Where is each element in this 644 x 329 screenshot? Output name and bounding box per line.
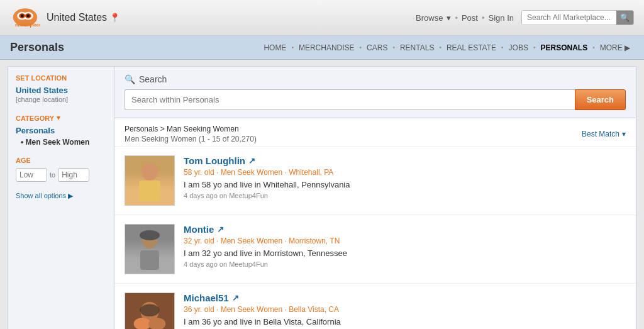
svg-point-5 — [21, 14, 24, 18]
sidebar-location-name: United States — [16, 86, 106, 95]
change-location-link[interactable]: [change location] — [16, 96, 68, 103]
listing-thumbnail — [125, 224, 175, 274]
listing-name-1: Tom Loughlin ↗ — [184, 155, 626, 166]
listing-name-3: Michael51 ↗ — [184, 293, 626, 303]
nav-merchandise[interactable]: MERCHANDISE — [295, 37, 358, 59]
header: marketplace United States 📍 Browse ▾ • P… — [0, 0, 644, 36]
sidebar-location-section: SET LOCATION United States [change locat… — [16, 74, 106, 104]
sidebar-age-inputs: to — [16, 168, 106, 182]
listing-info-2: Montie ↗ 32 yr. old · Men Seek Women · M… — [184, 224, 626, 268]
sidebar-cat-men-seek-women[interactable]: Men Seek Women — [16, 138, 106, 147]
nav-personals[interactable]: PERSONALS — [536, 37, 591, 59]
location-pin-icon: 📍 — [109, 13, 120, 23]
age-to-label: to — [50, 171, 55, 179]
list-item: Montie ↗ 32 yr. old · Men Seek Women · M… — [114, 215, 636, 284]
listing-info-1: Tom Loughlin ↗ 58 yr. old · Men Seek Wom… — [184, 155, 626, 199]
header-search-input[interactable] — [522, 11, 616, 25]
breadcrumb: Personals > Man Seeking Women — [125, 125, 257, 133]
svg-point-8 — [142, 163, 158, 181]
dot-2: • — [482, 13, 485, 23]
sort-control[interactable]: Best Match ▾ — [582, 130, 626, 138]
search-input[interactable] — [125, 89, 575, 110]
header-right: Browse ▾ • Post • Sign In 🔍 — [416, 10, 634, 25]
svg-point-17 — [140, 304, 159, 317]
svg-rect-11 — [140, 250, 159, 270]
listing-thumbnail — [125, 155, 175, 206]
sidebar-age-title: AGE — [16, 157, 106, 164]
browse-arrow: ▾ — [447, 13, 451, 23]
header-search-button[interactable]: 🔍 — [616, 11, 633, 25]
logo-area: marketplace — [10, 5, 40, 30]
listing-time-2: 4 days ago on Meetup4Fun — [184, 260, 626, 268]
person-thumbnail-2 — [125, 225, 174, 274]
sort-label: Best Match — [582, 130, 619, 138]
listing-thumbnail — [125, 293, 175, 329]
show-all-options-link[interactable]: Show all options ▶ — [16, 192, 106, 200]
listing-name-link-1[interactable]: Tom Loughlin — [184, 155, 245, 166]
listing-description-2: I am 32 yo and live in Morristown, Tenne… — [184, 248, 626, 258]
page-title: Personals — [10, 36, 64, 59]
breadcrumb-parent-link[interactable]: Personals — [125, 125, 158, 133]
listing-info-3: Michael51 ↗ 36 yr. old · Men Seek Women … — [184, 293, 626, 329]
breadcrumb-current: Man Seeking Women — [167, 125, 239, 133]
header-search-box: 🔍 — [521, 10, 634, 25]
listing-time-1: 4 days ago on Meetup4Fun — [184, 192, 626, 199]
browse-link[interactable]: Browse — [416, 13, 443, 23]
signin-link[interactable]: Sign In — [489, 13, 514, 23]
nav-cars[interactable]: CARS — [363, 37, 391, 59]
result-count: Men Seeking Women (1 - 15 of 20,270) — [125, 135, 257, 143]
sidebar-age-section: AGE to — [16, 157, 106, 182]
sidebar: SET LOCATION United States [change locat… — [8, 66, 114, 329]
breadcrumb-area: Personals > Man Seeking Women Men Seekin… — [125, 125, 257, 143]
sidebar-category-title: CATEGORY ▾ — [16, 114, 106, 122]
search-row: Search — [125, 89, 626, 110]
share-icon-2: ↗ — [217, 225, 224, 234]
top-nav: HOME • MERCHANDISE • CARS • RENTALS • RE… — [260, 36, 634, 59]
nav-rentals[interactable]: RENTALS — [396, 37, 438, 59]
share-icon-1: ↗ — [248, 156, 255, 165]
dot-1: • — [455, 13, 458, 23]
svg-rect-9 — [139, 181, 160, 201]
listing-description-3: I am 36 yo and live in Bella Vista, Cali… — [184, 317, 626, 326]
breadcrumb-row: Personals > Man Seeking Women Men Seekin… — [114, 118, 636, 147]
listing-meta-1: 58 yr. old · Men Seek Women · Whitehall,… — [184, 168, 626, 177]
nav-more[interactable]: MORE ▶ — [596, 37, 634, 59]
breadcrumb-arrow: > — [160, 125, 167, 133]
category-arrow-icon: ▾ — [57, 114, 60, 122]
listing-name-link-2[interactable]: Montie — [184, 224, 214, 235]
location-display: United States 📍 — [47, 12, 120, 23]
main-wrapper: SET LOCATION United States [change locat… — [8, 66, 636, 329]
nav-bar: Personals HOME • MERCHANDISE • CARS • RE… — [0, 36, 644, 60]
listing-name-link-3[interactable]: Michael51 — [184, 293, 229, 303]
content: 🔍 Search Search Personals > Man Seeking … — [114, 66, 636, 329]
search-label: 🔍 Search — [125, 74, 626, 84]
svg-point-6 — [26, 14, 30, 18]
search-icon: 🔍 — [125, 74, 135, 84]
listing-description-1: I am 58 yo and live in Whitehall, Pennsy… — [184, 180, 626, 189]
listing-meta-2: 32 yr. old · Men Seek Women · Morristown… — [184, 237, 626, 245]
nav-jobs[interactable]: JOBS — [505, 37, 532, 59]
search-area: 🔍 Search Search — [114, 67, 636, 118]
person-thumbnail-1 — [125, 156, 174, 205]
person-thumbnail-3 — [125, 293, 174, 329]
header-nav: Browse ▾ • Post • Sign In — [416, 13, 514, 23]
header-left: marketplace United States 📍 — [10, 5, 120, 30]
listings: Tom Loughlin ↗ 58 yr. old · Men Seek Wom… — [114, 147, 636, 329]
listing-name-2: Montie ↗ — [184, 224, 626, 235]
list-item: Michael51 ↗ 36 yr. old · Men Seek Women … — [114, 284, 636, 329]
sidebar-cat-personals[interactable]: Personals — [16, 126, 106, 135]
age-low-input[interactable] — [16, 168, 47, 182]
svg-text:marketplace: marketplace — [15, 22, 40, 28]
nav-home[interactable]: HOME — [260, 37, 290, 59]
location-text: United States — [47, 12, 107, 23]
age-high-input[interactable] — [58, 168, 89, 182]
sort-arrow-icon: ▾ — [622, 130, 626, 138]
search-button[interactable]: Search — [575, 89, 626, 110]
nav-real-estate[interactable]: REAL ESTATE — [443, 37, 500, 59]
sidebar-category-section: CATEGORY ▾ Personals Men Seek Women — [16, 114, 106, 147]
oodle-logo: marketplace — [10, 5, 40, 30]
list-item: Tom Loughlin ↗ 58 yr. old · Men Seek Wom… — [114, 147, 636, 215]
svg-point-12 — [140, 230, 160, 240]
listing-meta-3: 36 yr. old · Men Seek Women · Bella Vist… — [184, 305, 626, 314]
post-link[interactable]: Post — [462, 13, 478, 23]
